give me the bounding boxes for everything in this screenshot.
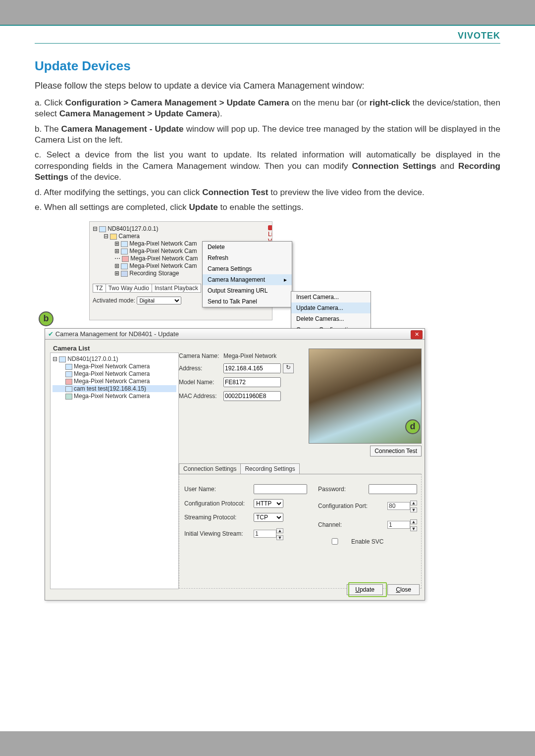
submenu-update-camera[interactable]: Update Camera... (291, 302, 371, 313)
password-label: Password: (318, 486, 369, 493)
address-label: Address: (179, 365, 223, 372)
camera-icon (65, 371, 72, 377)
list-item[interactable]: Mega-Pixel Network Camera (74, 393, 150, 400)
storage-icon (121, 271, 128, 277)
connection-test-button[interactable]: Connection Test (370, 446, 422, 456)
connection-settings-panel: User Name: Configuration Protocol:HTTP S… (179, 474, 422, 589)
model-name-input[interactable] (223, 377, 281, 387)
activated-mode-label: Activated mode: (93, 297, 135, 304)
password-input[interactable] (369, 484, 417, 494)
tree-item[interactable]: Mega-Pixel Network Cam (129, 262, 197, 269)
station-icon (99, 226, 106, 232)
tab-ptz[interactable]: TZ (93, 284, 106, 293)
camera-management-window: ✔ Camera Management for ND8401 - Update … (45, 328, 425, 601)
tree-root[interactable]: ND8401(127.0.0.1) (107, 225, 158, 232)
camera-icon (121, 263, 128, 269)
tab-connection-settings[interactable]: Connection Settings (179, 463, 241, 474)
intro-text: Please follow the steps below to update … (35, 81, 500, 91)
config-protocol-label: Configuration Protocol: (184, 500, 254, 507)
spinner-up-icon[interactable]: ▲ (410, 501, 417, 505)
brand: VIVOTEK (35, 31, 500, 41)
check-icon: ✔ (48, 330, 54, 338)
step-c: c. Select a device from the list you wan… (35, 149, 500, 182)
mac-address-input[interactable] (223, 391, 281, 401)
camera-icon (65, 394, 72, 400)
spinner-down-icon[interactable]: ▼ (410, 507, 417, 512)
enable-svc-label: Enable SVC (351, 538, 383, 545)
spinner-down-icon[interactable]: ▼ (276, 535, 283, 540)
window-title: Camera Management for ND8401 - Update (55, 330, 179, 338)
camera-name-value: Mega-Pixel Network (223, 353, 276, 359)
channel-label: Channel: (318, 521, 387, 528)
tree-item[interactable]: Recording Storage (129, 270, 179, 277)
folder-icon (110, 234, 117, 240)
video-preview (309, 349, 422, 444)
activated-mode-select[interactable]: Digital (137, 297, 181, 304)
tab-instant-playback[interactable]: Instant Playback (152, 284, 201, 293)
update-button[interactable]: UUpdatepdate (347, 584, 383, 595)
window-title-bar: ✔ Camera Management for ND8401 - Update … (45, 329, 425, 340)
menu-output-streaming-url[interactable]: Output Streaming URL (203, 285, 292, 296)
station-icon (59, 356, 66, 362)
username-label: User Name: (184, 486, 254, 493)
initial-viewing-stream-label: Initial Viewing Stream: (184, 530, 254, 537)
camera-list-tree[interactable]: ⊟ ND8401(127.0.0.1) Mega-Pixel Network C… (50, 353, 179, 589)
model-name-label: Model Name: (179, 379, 223, 386)
close-icon[interactable]: ✕ (411, 330, 423, 339)
spinner-up-icon[interactable]: ▲ (410, 519, 417, 524)
spinner-down-icon[interactable]: ▼ (410, 526, 417, 531)
camera-icon (65, 379, 72, 385)
menu-camera-management[interactable]: Camera Management▸ (203, 274, 292, 285)
enable-svc-checkbox[interactable] (320, 538, 350, 545)
list-item[interactable]: Mega-Pixel Network Camera (74, 370, 150, 377)
step-d: d. After modifying the settings, you can… (35, 187, 500, 198)
camera-icon (122, 256, 129, 262)
list-item[interactable]: Mega-Pixel Network Camera (74, 363, 150, 370)
config-port-input[interactable]: 80 (387, 502, 410, 510)
camera-icon (65, 386, 72, 392)
mac-address-label: MAC Address: (179, 393, 223, 400)
badge-b: b (39, 311, 54, 326)
menu-delete[interactable]: Delete (203, 242, 292, 252)
tree-item[interactable]: Mega-Pixel Network Cam (129, 248, 197, 254)
step-e: e. When all settings are completed, clic… (35, 202, 500, 212)
menu-camera-settings[interactable]: Camera Settings (203, 263, 292, 274)
step-b: b. The Camera Management - Update window… (35, 123, 500, 146)
spinner-up-icon[interactable]: ▲ (276, 528, 283, 533)
camera-icon (65, 364, 72, 370)
list-item[interactable]: cam test test(192.168.4.15) (74, 385, 146, 392)
camera-icon (121, 249, 128, 254)
list-item[interactable]: ND8401(127.0.0.1) (67, 355, 118, 362)
menu-refresh[interactable]: Refresh (203, 252, 292, 263)
list-item[interactable]: Mega-Pixel Network Camera (74, 378, 150, 385)
tab-recording-settings[interactable]: Recording Settings (240, 463, 299, 474)
refresh-icon[interactable]: ↻ (283, 363, 294, 373)
close-button[interactable]: CCloselose (387, 584, 420, 595)
tree-item[interactable]: Mega-Pixel Network Cam (130, 255, 198, 262)
streaming-protocol-select[interactable]: TCP (254, 513, 283, 522)
camera-name-label: Camera Name: (179, 353, 223, 359)
context-menu: Delete Refresh Camera Settings Camera Ma… (202, 241, 292, 307)
config-protocol-select[interactable]: HTTP (254, 499, 283, 508)
address-input[interactable] (223, 363, 281, 373)
username-input[interactable] (254, 484, 307, 494)
submenu-delete-cameras[interactable]: Delete Cameras... (291, 313, 371, 324)
camera-icon (121, 241, 128, 247)
streaming-protocol-label: Streaming Protocol: (184, 514, 254, 521)
tab-two-way-audio[interactable]: Two Way Audio (106, 284, 152, 293)
menu-send-to-talk-panel[interactable]: Send to Talk Panel (203, 296, 292, 307)
tree-folder[interactable]: Camera (118, 233, 140, 240)
initial-viewing-stream-input[interactable]: 1 (254, 530, 276, 538)
page-heading: Update Devices (35, 58, 500, 74)
tree-item[interactable]: Mega-Pixel Network Cam (129, 240, 197, 247)
config-port-label: Configuration Port: (318, 503, 387, 509)
channel-input[interactable]: 1 (387, 521, 410, 529)
step-a: a. Click Configuration > Camera Manageme… (35, 97, 500, 119)
submenu-insert-camera[interactable]: Insert Camera... (291, 292, 371, 302)
